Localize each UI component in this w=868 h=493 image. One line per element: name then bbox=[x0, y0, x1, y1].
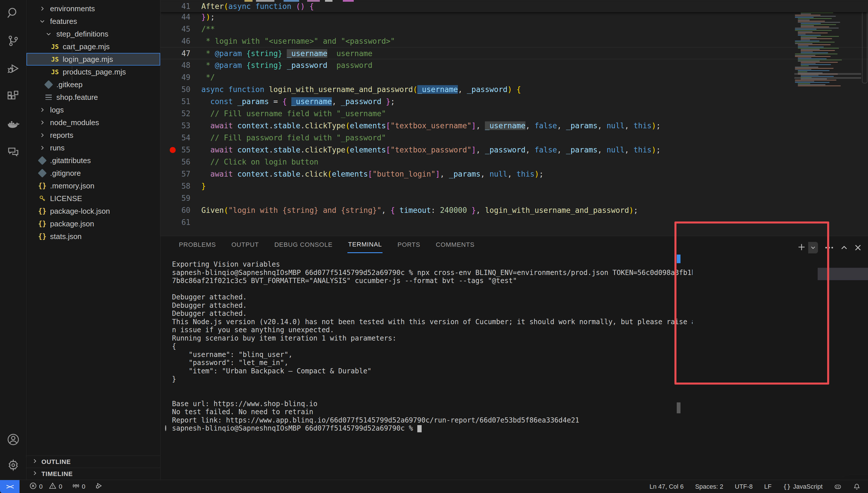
tree-item-runs[interactable]: runs bbox=[26, 142, 160, 154]
panel-tab-problems[interactable]: PROBLEMS bbox=[178, 237, 217, 253]
line-number: 57 bbox=[160, 168, 190, 180]
eol-sequence[interactable]: LF bbox=[764, 483, 772, 490]
tree-item-shop-feature[interactable]: shop.feature bbox=[26, 91, 160, 104]
editor-scrollbar[interactable] bbox=[862, 2, 867, 83]
tree-item-label: shop.feature bbox=[57, 93, 98, 102]
tree-item-features[interactable]: features bbox=[26, 15, 160, 28]
sidebar-sections: OUTLINETIMELINE bbox=[26, 456, 160, 480]
section-label: TIMELINE bbox=[41, 470, 73, 478]
terminal-line: No test failed. No need to retrain bbox=[172, 408, 693, 416]
extensions-icon[interactable] bbox=[0, 83, 26, 110]
line-number: 46 bbox=[160, 35, 190, 47]
terminal-scrollbar-thumb[interactable] bbox=[677, 402, 680, 413]
terminal-command-mark bbox=[677, 255, 680, 263]
tree-item-products-page-mjs[interactable]: JSproducts_page.mjs bbox=[26, 66, 160, 78]
more-actions-icon[interactable] bbox=[824, 240, 834, 255]
tree-item-label: package-lock.json bbox=[50, 207, 110, 216]
tree-item-logs[interactable]: logs bbox=[26, 104, 160, 116]
line-number: 48 bbox=[160, 59, 190, 71]
notifications-bell-icon[interactable] bbox=[853, 483, 861, 490]
problems-status[interactable]: 0 0 bbox=[29, 482, 62, 491]
terminal-line: Debugger attached. bbox=[172, 293, 693, 301]
json-file-icon: {} bbox=[37, 219, 47, 229]
new-terminal-button-group[interactable] bbox=[797, 240, 818, 255]
terminal-line: Running scenario buy item iteration 1 wi… bbox=[172, 334, 693, 343]
terminal-profile-dropdown-button[interactable] bbox=[808, 242, 818, 253]
minimap[interactable] bbox=[795, 2, 861, 91]
chevron-right-icon bbox=[31, 458, 38, 466]
sidebar-section-timeline[interactable]: TIMELINE bbox=[26, 468, 160, 480]
tree-item-label: reports bbox=[50, 131, 73, 140]
git-file-icon bbox=[44, 80, 53, 89]
tree-item-package-json[interactable]: {}package.json bbox=[26, 217, 160, 230]
plus-icon[interactable] bbox=[797, 242, 806, 253]
panel-tab-ports[interactable]: PORTS bbox=[397, 237, 421, 253]
code-line-57: 57 await context.stable.click(elements["… bbox=[160, 168, 868, 180]
tree-item-package-lock-json[interactable]: {}package-lock.json bbox=[26, 205, 160, 217]
sidebar-section-outline[interactable]: OUTLINE bbox=[26, 456, 160, 468]
tree-item-cart-page-mjs[interactable]: JScart_page.mjs bbox=[26, 40, 160, 53]
panel-tab-terminal[interactable]: TERMINAL bbox=[347, 237, 383, 253]
ports-status[interactable]: 0 bbox=[72, 482, 85, 491]
code-editor[interactable]: 41After(async function () { 44});45/**46… bbox=[160, 0, 868, 236]
language-mode[interactable]: {} JavaScript bbox=[783, 483, 823, 490]
tree-item-label: .gitattributes bbox=[50, 156, 91, 165]
tree-item-label: features bbox=[50, 17, 77, 26]
json-file-icon: {} bbox=[37, 206, 47, 216]
tree-item-label: .gitignore bbox=[50, 169, 81, 178]
cursor-position[interactable]: Ln 47, Col 6 bbox=[649, 483, 683, 490]
javascript-file-icon: JS bbox=[50, 67, 60, 77]
indentation[interactable]: Spaces: 2 bbox=[695, 483, 723, 490]
javascript-file-icon: JS bbox=[50, 42, 60, 51]
comments-icon[interactable] bbox=[0, 139, 26, 165]
panel-tab-comments[interactable]: COMMENTS bbox=[435, 237, 475, 253]
tree-item-label: .gitkeep bbox=[57, 80, 83, 89]
tree-item--gitattributes[interactable]: .gitattributes bbox=[26, 154, 160, 167]
encoding[interactable]: UTF-8 bbox=[735, 483, 753, 490]
tree-item--gitignore[interactable]: .gitignore bbox=[26, 167, 160, 179]
terminal-line: Debugger attached. bbox=[172, 301, 693, 310]
git-file-icon bbox=[37, 168, 47, 178]
tree-item-label: environments bbox=[50, 4, 95, 13]
run-debug-icon[interactable] bbox=[0, 55, 26, 82]
terminal-line: Base url: https://www.shop-blinq.io bbox=[172, 400, 693, 408]
chevron-right-icon bbox=[37, 143, 47, 153]
account-icon[interactable] bbox=[0, 426, 26, 453]
tree-item-label: LICENSE bbox=[50, 194, 82, 203]
tree-item-reports[interactable]: reports bbox=[26, 129, 160, 142]
debug-status[interactable] bbox=[95, 482, 103, 491]
clipped-code-sliver bbox=[201, 0, 868, 2]
tree-item-environments[interactable]: environments bbox=[26, 2, 160, 15]
close-panel-icon[interactable] bbox=[853, 240, 863, 255]
tree-item-stats-json[interactable]: {}stats.json bbox=[26, 230, 160, 243]
remote-indicator[interactable]: >< bbox=[0, 480, 20, 493]
source-control-icon[interactable] bbox=[0, 28, 26, 54]
panel-tab-output[interactable]: OUTPUT bbox=[231, 237, 259, 253]
terminal-output[interactable]: Exporting Vision variablessapnesh-blinqi… bbox=[172, 260, 693, 433]
panel-tab-debug-console[interactable]: DEBUG CONSOLE bbox=[274, 237, 333, 253]
settings-gear-icon[interactable] bbox=[0, 452, 26, 478]
tree-item-step-definitions[interactable]: step_definitions bbox=[26, 28, 160, 40]
code-line-58: 58} bbox=[160, 180, 868, 192]
line-number: 45 bbox=[160, 23, 190, 35]
maximize-panel-icon[interactable] bbox=[839, 240, 849, 255]
tree-item-label: stats.json bbox=[50, 232, 82, 241]
tree-item--gitkeep[interactable]: .gitkeep bbox=[26, 78, 160, 91]
line-number: 53 bbox=[160, 120, 190, 132]
tree-item-node-modules[interactable]: node_modules bbox=[26, 116, 160, 129]
indent-guide bbox=[72, 41, 72, 81]
search-icon[interactable] bbox=[0, 0, 26, 26]
json-file-icon: {} bbox=[37, 181, 47, 191]
feature-file-icon bbox=[44, 92, 53, 102]
docker-icon[interactable] bbox=[0, 111, 26, 137]
bottom-panel: PROBLEMSOUTPUTDEBUG CONSOLETERMINALPORTS… bbox=[160, 236, 868, 480]
panel-tabs: PROBLEMSOUTPUTDEBUG CONSOLETERMINALPORTS… bbox=[178, 236, 475, 253]
copilot-icon[interactable] bbox=[834, 483, 842, 490]
line-number: 49 bbox=[160, 71, 190, 83]
code-line-48: 48 * @param {string} _password password bbox=[160, 59, 868, 71]
tree-item-license[interactable]: LICENSE bbox=[26, 192, 160, 205]
line-number: 50 bbox=[160, 83, 190, 95]
tree-item-login-page-mjs[interactable]: JSlogin_page.mjs bbox=[26, 53, 160, 66]
broadcast-icon bbox=[72, 482, 80, 491]
tree-item--memory-json[interactable]: {}.memory.json bbox=[26, 179, 160, 192]
